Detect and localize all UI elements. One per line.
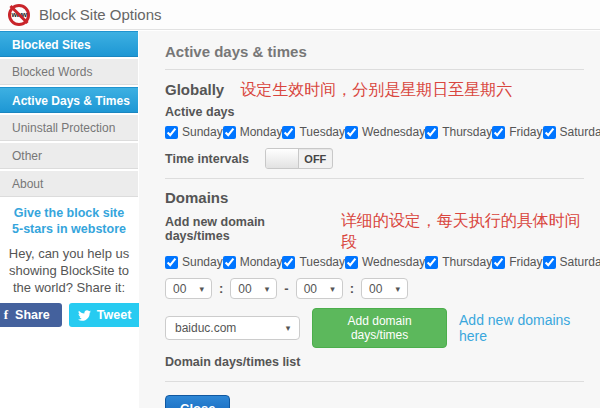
day-label: Sunday: [182, 255, 223, 269]
page-title: Block Site Options: [39, 6, 162, 23]
share-buttons-row: Share Tweet: [0, 303, 138, 327]
share-prompt-text: Hey, can you help us showing BlockSite t…: [0, 245, 138, 296]
day-checkbox[interactable]: [345, 126, 358, 139]
facebook-icon: [4, 307, 8, 323]
sidebar-item-label: Uninstall Protection: [12, 121, 115, 135]
day-checkbox-item[interactable]: Saturday: [543, 125, 600, 139]
day-checkbox-item[interactable]: Saturday: [543, 255, 600, 269]
day-checkbox-item[interactable]: Wednesday: [345, 125, 425, 139]
day-checkbox-item[interactable]: Sunday: [165, 125, 223, 139]
day-checkbox-item[interactable]: Wednesday: [345, 255, 425, 269]
domain-list-label: Domain days/times list: [165, 355, 584, 369]
close-button[interactable]: Close: [165, 395, 230, 408]
time-intervals-label: Time intervals: [165, 152, 249, 166]
day-checkbox-item[interactable]: Thursday: [425, 125, 492, 139]
active-days-label: Active days: [165, 105, 584, 119]
sidebar-item-label: Blocked Words: [12, 65, 92, 79]
day-checkbox[interactable]: [282, 126, 295, 139]
day-label: Monday: [240, 255, 283, 269]
day-label: Saturday: [560, 255, 600, 269]
sidebar-item-label: About: [12, 177, 43, 191]
day-checkbox-item[interactable]: Friday: [492, 125, 542, 139]
day-label: Monday: [240, 125, 283, 139]
to-minute-select[interactable]: 00: [361, 278, 408, 299]
day-checkbox[interactable]: [165, 256, 178, 269]
day-checkbox[interactable]: [223, 256, 236, 269]
day-checkbox-item[interactable]: Thursday: [425, 255, 492, 269]
sidebar-item[interactable]: Active Days & Times: [0, 87, 138, 113]
day-label: Sunday: [182, 125, 223, 139]
day-label: Thursday: [442, 255, 492, 269]
sidebar-item-label: Active Days & Times: [12, 94, 130, 108]
day-checkbox[interactable]: [543, 126, 556, 139]
time-colon-separator: :: [219, 281, 223, 296]
to-hour-value: 00: [304, 282, 317, 296]
day-checkbox[interactable]: [425, 256, 438, 269]
day-checkbox[interactable]: [492, 126, 505, 139]
title-divider: [165, 69, 584, 70]
to-hour-select[interactable]: 00: [296, 278, 343, 299]
day-checkbox[interactable]: [165, 126, 178, 139]
domain-select[interactable]: baiduc.com: [165, 316, 300, 340]
day-label: Tuesday: [299, 255, 345, 269]
day-label: Friday: [509, 255, 542, 269]
day-checkbox[interactable]: [543, 256, 556, 269]
day-checkbox-item[interactable]: Monday: [223, 255, 283, 269]
from-hour-select[interactable]: 00: [165, 278, 212, 299]
add-domain-label: Add new domain days/times: [165, 215, 325, 243]
day-checkbox[interactable]: [223, 126, 236, 139]
sidebar-item[interactable]: Blocked Sites: [0, 31, 138, 57]
time-intervals-toggle[interactable]: OFF: [265, 148, 333, 169]
domains-heading: Domains: [165, 189, 584, 206]
sidebar-item[interactable]: Other: [0, 143, 138, 169]
domain-days-row: Sunday Monday Tuesday Wednesday Thursday…: [165, 255, 587, 269]
sidebar-nav: Blocked Sites Blocked Words Active Days …: [0, 31, 138, 197]
global-days-row: Sunday Monday Tuesday Wednesday Thursday…: [165, 125, 587, 139]
to-minute-value: 00: [369, 282, 382, 296]
day-checkbox[interactable]: [345, 256, 358, 269]
sidebar-item[interactable]: Blocked Words: [0, 59, 138, 85]
sidebar-item[interactable]: About: [0, 171, 138, 197]
day-label: Friday: [509, 125, 542, 139]
day-checkbox-item[interactable]: Friday: [492, 255, 542, 269]
time-range-row: 00 : 00 - 00 : 00: [165, 278, 584, 299]
day-label: Saturday: [560, 125, 600, 139]
sidebar-item-label: Other: [12, 149, 42, 163]
twitter-tweet-button[interactable]: Tweet: [69, 303, 144, 327]
facebook-share-button[interactable]: Share: [0, 303, 62, 327]
sidebar-item[interactable]: Uninstall Protection: [0, 115, 138, 141]
twitter-bird-icon: [78, 309, 91, 322]
rating-link-line1: Give the block site: [0, 205, 138, 221]
day-label: Thursday: [442, 125, 492, 139]
from-minute-value: 00: [238, 282, 251, 296]
time-dash-separator: -: [284, 281, 288, 296]
sidebar: Blocked Sites Blocked Words Active Days …: [0, 31, 138, 408]
app-header: www Block Site Options: [0, 0, 600, 30]
day-checkbox[interactable]: [282, 256, 295, 269]
toggle-handle[interactable]: [266, 149, 299, 168]
add-domain-button[interactable]: Add domain days/times: [312, 308, 447, 348]
from-minute-select[interactable]: 00: [230, 278, 277, 299]
day-checkbox[interactable]: [492, 256, 505, 269]
domain-select-value: baiduc.com: [175, 321, 236, 335]
day-checkbox-item[interactable]: Tuesday: [282, 125, 345, 139]
day-checkbox-item[interactable]: Tuesday: [282, 255, 345, 269]
tweet-button-label: Tweet: [97, 308, 132, 322]
share-button-label: Share: [15, 308, 50, 322]
main-content: Active days & times Globally 设定生效时间，分别是星…: [139, 31, 600, 408]
day-checkbox-item[interactable]: Monday: [223, 125, 283, 139]
bottom-divider: [165, 381, 584, 382]
day-label: Wednesday: [362, 125, 425, 139]
toggle-state-label: OFF: [299, 149, 332, 168]
sidebar-item-label: Blocked Sites: [12, 38, 91, 52]
webstore-rating-link[interactable]: Give the block site 5-stars in webstore: [0, 205, 138, 237]
section-title: Active days & times: [165, 43, 584, 60]
rating-link-line2: 5-stars in webstore: [0, 221, 138, 237]
add-new-domains-link[interactable]: Add new domains here: [459, 312, 584, 344]
globally-heading: Globally: [165, 81, 224, 98]
day-checkbox-item[interactable]: Sunday: [165, 255, 223, 269]
day-checkbox[interactable]: [425, 126, 438, 139]
time-colon-separator: :: [350, 281, 354, 296]
domain-add-row: baiduc.com Add domain days/times Add new…: [165, 308, 584, 348]
domains-annotation: 详细的设定，每天执行的具体时间段: [341, 211, 584, 253]
